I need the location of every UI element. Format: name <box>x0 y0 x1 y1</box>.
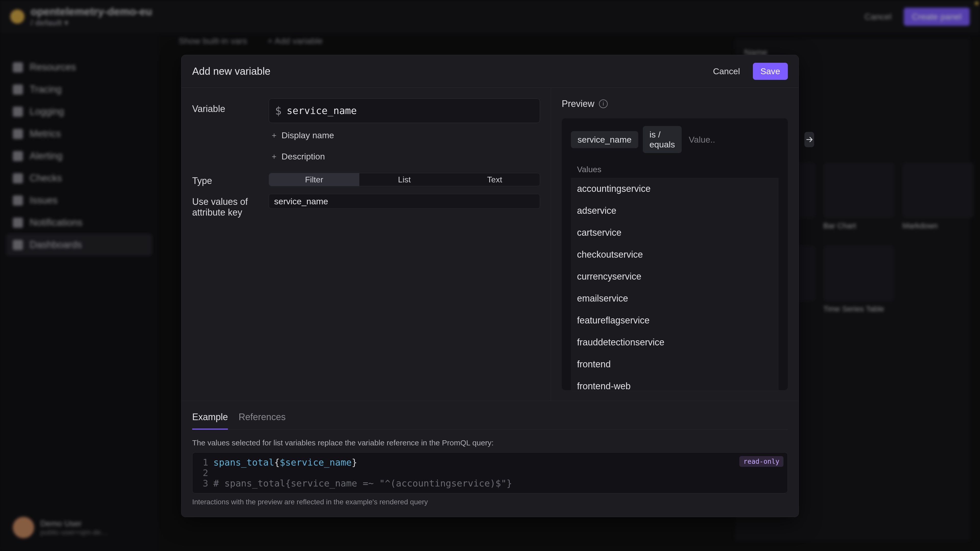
add-display-name-label: Display name <box>282 130 334 140</box>
value-item[interactable]: frontend-web <box>571 375 779 390</box>
modal-footer: ExampleReferences The values selected fo… <box>181 401 799 517</box>
form-column: Variable $ ＋ Display name ＋ Description <box>181 88 551 401</box>
code-comment: # spans_total{service_name =~ "^(account… <box>213 478 512 489</box>
variable-input[interactable] <box>286 105 534 116</box>
add-description-label: Description <box>282 151 325 162</box>
dollar-prefix: $ <box>275 105 282 117</box>
attr-key-label: Use values of attribute key <box>192 194 269 218</box>
type-option-text[interactable]: Text <box>449 173 540 186</box>
variable-input-wrap[interactable]: $ <box>269 98 540 123</box>
modal-header: Add new variable Cancel Save <box>181 55 799 87</box>
add-display-name[interactable]: ＋ Display name <box>269 127 540 144</box>
example-footnote: Interactions with the preview are reflec… <box>192 498 788 506</box>
value-item[interactable]: cartservice <box>571 222 779 244</box>
preview-run-button[interactable] <box>804 132 814 147</box>
value-item[interactable]: emailservice <box>571 287 779 310</box>
variable-label: Variable <box>192 98 269 114</box>
type-segmented: FilterListText <box>269 173 540 186</box>
example-description: The values selected for list variables r… <box>192 438 788 447</box>
line-number: 3 <box>198 478 208 489</box>
tab-references[interactable]: References <box>239 407 286 430</box>
info-icon[interactable]: i <box>599 100 608 108</box>
example-tabs: ExampleReferences <box>192 407 788 430</box>
values-header: Values <box>562 160 788 178</box>
modal-title: Add new variable <box>192 65 270 77</box>
plus-icon: ＋ <box>270 130 278 141</box>
read-only-badge: read-only <box>739 456 783 467</box>
value-item[interactable]: frontend <box>571 353 779 375</box>
value-item[interactable]: checkoutservice <box>571 244 779 265</box>
preview-title: Preview <box>562 98 594 109</box>
preview-value-input[interactable] <box>686 131 800 148</box>
type-option-filter[interactable]: Filter <box>269 173 360 186</box>
value-item[interactable]: currencyservice <box>571 265 779 287</box>
chip-key[interactable]: service_name <box>571 131 638 148</box>
attr-key-input[interactable] <box>269 194 540 209</box>
line-number: 2 <box>198 468 208 478</box>
arrow-right-icon <box>804 135 814 144</box>
type-label: Type <box>192 173 269 186</box>
values-list[interactable]: accountingserviceadservicecartserviceche… <box>571 178 779 390</box>
type-option-list[interactable]: List <box>360 173 450 186</box>
tab-example[interactable]: Example <box>192 407 228 430</box>
add-variable-modal: Add new variable Cancel Save Variable $ … <box>181 55 799 517</box>
preview-query-row: service_name is / equals <box>562 126 788 160</box>
preview-column: Preview i service_name is / equals Value… <box>551 88 799 401</box>
cancel-button[interactable]: Cancel <box>705 63 748 80</box>
value-item[interactable]: featureflagservice <box>571 310 779 331</box>
chip-operator[interactable]: is / equals <box>643 126 682 153</box>
save-button[interactable]: Save <box>753 63 788 80</box>
value-item[interactable]: frauddetectionservice <box>571 331 779 353</box>
value-item[interactable]: adservice <box>571 200 779 222</box>
example-code: read-only 1 spans_total{$service_name} 2… <box>192 452 788 493</box>
value-item[interactable]: accountingservice <box>571 178 779 200</box>
plus-icon: ＋ <box>270 151 278 162</box>
code-metric: spans_total <box>213 457 274 468</box>
add-description[interactable]: ＋ Description <box>269 148 540 165</box>
line-number: 1 <box>198 457 208 468</box>
preview-card: service_name is / equals Values accounti… <box>562 118 788 390</box>
